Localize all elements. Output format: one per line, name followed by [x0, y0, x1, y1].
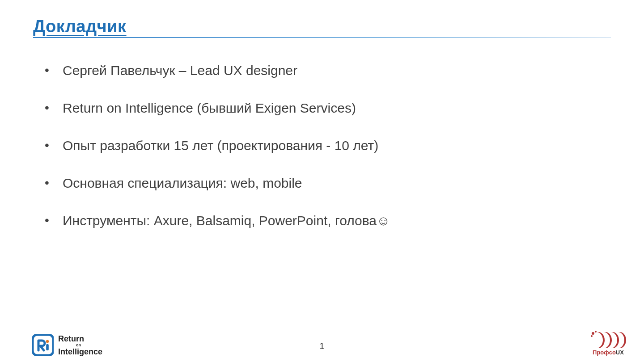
- bullet-text: Сергей Павельчук – Lead UX designer: [63, 63, 297, 79]
- ri-logo-line2: on: [76, 343, 102, 347]
- profsoux-logo-text: ПрофсоUX: [593, 349, 624, 356]
- ri-logo-line3: Intelligence: [58, 348, 102, 356]
- bullet-icon: •: [45, 213, 63, 228]
- profsoux-suffix: UX: [616, 349, 624, 356]
- profsoux-logo-icon: [590, 329, 626, 348]
- bullet-list: • Сергей Павельчук – Lead UX designer • …: [0, 38, 644, 229]
- svg-point-5: [591, 335, 593, 337]
- svg-point-1: [46, 340, 49, 343]
- bullet-text: Return on Intelligence (бывший Exigen Se…: [63, 100, 356, 116]
- list-item: • Инструменты: Axure, Balsamiq, PowerPoi…: [45, 213, 611, 229]
- bullet-icon: •: [45, 138, 63, 153]
- return-on-intelligence-logo: Return on Intelligence: [32, 334, 102, 356]
- svg-rect-2: [46, 344, 49, 350]
- list-item: • Return on Intelligence (бывший Exigen …: [45, 100, 611, 116]
- profsoux-logo: ПрофсоUX: [590, 329, 626, 356]
- ri-logo-text: Return on Intelligence: [58, 335, 102, 356]
- slide-title: Докладчик: [33, 17, 611, 36]
- bullet-text: Основная специализация: web, mobile: [63, 175, 302, 191]
- list-item: • Опыт разработки 15 лет (проектирования…: [45, 138, 611, 154]
- bullet-icon: •: [45, 175, 63, 190]
- bullet-icon: •: [45, 63, 63, 78]
- list-item: • Основная специализация: web, mobile: [45, 175, 611, 191]
- svg-point-3: [592, 332, 594, 335]
- profsoux-name: Профсо: [593, 349, 616, 356]
- bullet-text: Опыт разработки 15 лет (проектирования -…: [63, 138, 378, 154]
- ri-logo-icon: [32, 334, 54, 356]
- bullet-text: Инструменты: Axure, Balsamiq, PowerPoint…: [63, 213, 390, 229]
- slide-footer: Return on Intelligence ПрофсоUX: [0, 327, 644, 356]
- list-item: • Сергей Павельчук – Lead UX designer: [45, 63, 611, 79]
- ri-logo-line1: Return: [58, 335, 102, 343]
- bullet-icon: •: [45, 100, 63, 115]
- svg-point-4: [595, 331, 597, 333]
